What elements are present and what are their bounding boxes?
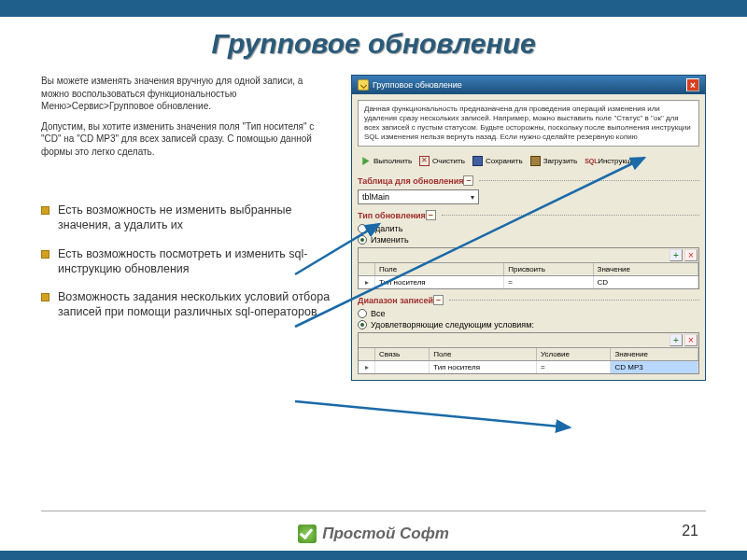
- update-grid: +× Поле Присвоить Значение ▸ Тип носител…: [358, 247, 699, 289]
- play-icon: [360, 156, 371, 166]
- delete-row-button[interactable]: ×: [684, 249, 698, 261]
- radio-icon: [358, 235, 367, 245]
- logo-text: Простой Софт: [322, 525, 449, 543]
- left-column: Вы можете изменять значения вручную для …: [41, 75, 331, 381]
- load-button[interactable]: Загрузить: [528, 154, 581, 168]
- cell-value[interactable]: CD: [594, 276, 698, 288]
- grid-header: Условие: [537, 348, 611, 360]
- save-icon: [472, 156, 483, 166]
- top-bar: [0, 0, 747, 17]
- cell-value[interactable]: CD MP3: [611, 361, 698, 373]
- footer: Простой Софт: [0, 525, 747, 543]
- window-titlebar: Групповое обновление ×: [352, 76, 705, 94]
- grid-header: [359, 348, 375, 360]
- radio-delete[interactable]: Удалить: [358, 224, 699, 233]
- grid-header: [359, 263, 375, 275]
- footer-rule: [41, 511, 706, 511]
- clear-button[interactable]: Очистить: [416, 154, 468, 168]
- cell-field[interactable]: Тип носителя: [375, 276, 504, 288]
- bullet-item: Есть возможность посмотреть и изменить s…: [41, 246, 331, 277]
- app-icon: [358, 79, 369, 91]
- right-column: Групповое обновление × Данная функционал…: [351, 75, 706, 381]
- cell-assign[interactable]: =: [504, 276, 593, 288]
- cell-link[interactable]: [375, 361, 430, 373]
- radio-icon: [358, 320, 367, 329]
- add-row-button[interactable]: +: [669, 334, 683, 346]
- radio-modify[interactable]: Изменить: [358, 235, 699, 245]
- grid-header: Значение: [611, 348, 698, 360]
- cell-cond[interactable]: =: [537, 361, 611, 373]
- bullet-item: Есть возможность не изменить выбранные з…: [41, 203, 331, 233]
- slide-title: Групповое обновление: [0, 28, 747, 60]
- chevron-down-icon: ▾: [471, 193, 474, 202]
- collapse-button[interactable]: –: [463, 175, 473, 186]
- window-title: Групповое обновление: [373, 80, 462, 90]
- svg-line-3: [295, 401, 570, 427]
- table-dropdown[interactable]: tblMain▾: [358, 189, 479, 204]
- section-table-header: Таблица для обновления–: [358, 175, 699, 186]
- radio-icon: [358, 309, 367, 318]
- sql-button[interactable]: SQLИнструкция: [582, 154, 641, 168]
- row-marker: ▸: [359, 276, 375, 288]
- toolbar: Выполнить Очистить Сохранить Загрузить S…: [358, 152, 699, 170]
- cell-field[interactable]: Тип носителя: [430, 361, 537, 373]
- description-box: Данная функциональность предназначена дл…: [358, 100, 699, 147]
- close-button[interactable]: ×: [686, 78, 699, 91]
- delete-row-button[interactable]: ×: [684, 334, 698, 346]
- logo-check-icon: [298, 525, 317, 543]
- collapse-button[interactable]: –: [433, 295, 444, 305]
- intro-text: Вы можете изменять значения вручную для …: [41, 75, 331, 158]
- run-button[interactable]: Выполнить: [358, 154, 415, 168]
- intro-p1: Вы можете изменять значения вручную для …: [41, 75, 331, 113]
- section-range-header: Диапазон записей–: [358, 295, 699, 305]
- sql-icon: SQL: [585, 156, 595, 166]
- radio-icon: [358, 224, 367, 233]
- clear-icon: [419, 156, 430, 166]
- radio-cond[interactable]: Удовлетворяющие следующим условиям:: [358, 320, 699, 329]
- grid-header: Поле: [375, 263, 504, 275]
- content-area: Вы можете изменять значения вручную для …: [0, 75, 747, 381]
- grid-row[interactable]: ▸ Тип носителя = CD: [359, 276, 698, 288]
- grid-header: Поле: [430, 348, 537, 360]
- collapse-button[interactable]: –: [426, 210, 436, 220]
- grid-header: Значение: [594, 263, 698, 275]
- section-type-header: Тип обновления–: [358, 210, 699, 220]
- window-body: Данная функциональность предназначена дл…: [352, 94, 705, 380]
- save-button[interactable]: Сохранить: [470, 154, 526, 168]
- bullet-item: Возможность задания нескольких условий о…: [41, 289, 331, 320]
- conditions-grid: +× Связь Поле Условие Значение ▸ Тип нос…: [358, 332, 699, 374]
- grid-header: Присвоить: [504, 263, 593, 275]
- bottom-bar: [0, 551, 747, 560]
- load-icon: [530, 156, 541, 166]
- app-window: Групповое обновление × Данная функционал…: [351, 75, 706, 381]
- intro-p2: Допустим, вы хотите изменить значения по…: [41, 120, 331, 159]
- bullet-list: Есть возможность не изменить выбранные з…: [41, 203, 331, 320]
- add-row-button[interactable]: +: [669, 249, 683, 261]
- row-marker: ▸: [359, 361, 375, 373]
- grid-header: Связь: [375, 348, 430, 360]
- grid-row[interactable]: ▸ Тип носителя = CD MP3: [359, 361, 698, 373]
- radio-all[interactable]: Все: [358, 309, 699, 318]
- page-number: 21: [682, 523, 698, 539]
